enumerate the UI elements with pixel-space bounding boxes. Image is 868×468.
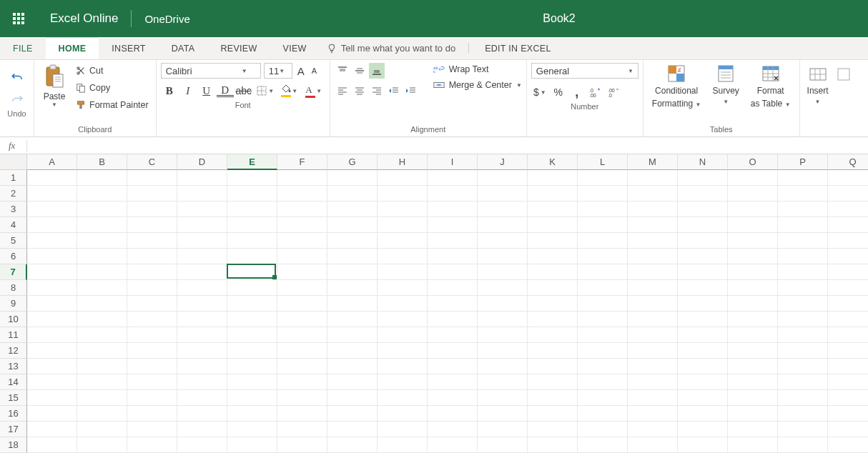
- formula-input[interactable]: [27, 137, 868, 154]
- cell[interactable]: [478, 186, 528, 201]
- cell[interactable]: [728, 186, 778, 201]
- cell[interactable]: [678, 249, 728, 264]
- cell[interactable]: [177, 186, 227, 201]
- row-header[interactable]: 8: [0, 280, 27, 296]
- cell[interactable]: [27, 249, 77, 264]
- cell[interactable]: [127, 186, 177, 201]
- cell[interactable]: [678, 422, 728, 437]
- cell[interactable]: [578, 296, 628, 312]
- cell[interactable]: [177, 390, 227, 406]
- cell[interactable]: [127, 170, 177, 186]
- cell[interactable]: [277, 249, 327, 264]
- row-header[interactable]: 5: [0, 233, 27, 249]
- cell[interactable]: [127, 422, 177, 437]
- cell[interactable]: [628, 374, 678, 390]
- cell[interactable]: [227, 343, 277, 359]
- cell[interactable]: [728, 201, 778, 217]
- cell[interactable]: [628, 233, 678, 249]
- cell[interactable]: [227, 264, 277, 280]
- cell[interactable]: [127, 390, 177, 406]
- cell[interactable]: [778, 312, 828, 327]
- font-color-button[interactable]: A ▼: [302, 84, 325, 98]
- cell[interactable]: [277, 406, 327, 422]
- wrap-text-button[interactable]: abc Wrap Text: [433, 64, 522, 74]
- row-header[interactable]: 13: [0, 359, 27, 374]
- cell[interactable]: [728, 359, 778, 374]
- cell[interactable]: [27, 343, 77, 359]
- cell[interactable]: [227, 359, 277, 374]
- cell[interactable]: [828, 312, 868, 327]
- cell[interactable]: [828, 422, 868, 437]
- cell[interactable]: [728, 249, 778, 264]
- cell[interactable]: [177, 217, 227, 233]
- cell[interactable]: [578, 186, 628, 201]
- cell[interactable]: [478, 280, 528, 296]
- cell[interactable]: [428, 312, 478, 327]
- cell[interactable]: [177, 233, 227, 249]
- cell[interactable]: [528, 437, 578, 453]
- cell[interactable]: [378, 264, 428, 280]
- cell[interactable]: [678, 359, 728, 374]
- borders-button[interactable]: ▼: [254, 85, 277, 96]
- row-header[interactable]: 7: [0, 264, 27, 280]
- cell[interactable]: [778, 296, 828, 312]
- cell[interactable]: [478, 390, 528, 406]
- cell[interactable]: [127, 249, 177, 264]
- cell[interactable]: [277, 264, 327, 280]
- cell[interactable]: [528, 390, 578, 406]
- cell[interactable]: [428, 406, 478, 422]
- cell[interactable]: [177, 374, 227, 390]
- row-header[interactable]: 14: [0, 374, 27, 390]
- delete-cells-button[interactable]: [834, 63, 853, 83]
- tab-view[interactable]: VIEW: [270, 37, 320, 59]
- cell[interactable]: [127, 233, 177, 249]
- cell[interactable]: [27, 359, 77, 374]
- cell[interactable]: [578, 343, 628, 359]
- cell[interactable]: [277, 233, 327, 249]
- comma-button[interactable]: ,: [568, 84, 586, 100]
- cell[interactable]: [828, 437, 868, 453]
- cell[interactable]: [578, 233, 628, 249]
- column-header[interactable]: F: [277, 154, 327, 170]
- underline-button[interactable]: U: [198, 83, 215, 99]
- cell[interactable]: [27, 280, 77, 296]
- double-underline-button[interactable]: D: [217, 84, 234, 97]
- row-header[interactable]: 2: [0, 186, 27, 201]
- cell[interactable]: [778, 422, 828, 437]
- number-format-select[interactable]: General ▼: [531, 63, 638, 79]
- cell[interactable]: [778, 406, 828, 422]
- cell[interactable]: [177, 264, 227, 280]
- decrease-decimal-button[interactable]: .00.0: [606, 84, 623, 100]
- cell[interactable]: [628, 312, 678, 327]
- cell[interactable]: [327, 390, 378, 406]
- cell[interactable]: [428, 422, 478, 437]
- row-header[interactable]: 16: [0, 406, 27, 422]
- cell[interactable]: [77, 296, 127, 312]
- cell[interactable]: [327, 264, 378, 280]
- cell[interactable]: [628, 422, 678, 437]
- cell[interactable]: [378, 327, 428, 343]
- column-header[interactable]: H: [378, 154, 428, 170]
- conditional-formatting-button[interactable]: ≠ Conditional Formatting ▼: [648, 63, 706, 109]
- cell[interactable]: [778, 343, 828, 359]
- cell[interactable]: [478, 233, 528, 249]
- cell[interactable]: [628, 249, 678, 264]
- column-header[interactable]: M: [628, 154, 678, 170]
- cell[interactable]: [728, 296, 778, 312]
- cell[interactable]: [127, 437, 177, 453]
- cell[interactable]: [428, 343, 478, 359]
- cell[interactable]: [327, 327, 378, 343]
- cell[interactable]: [378, 374, 428, 390]
- row-header[interactable]: 11: [0, 327, 27, 343]
- column-header[interactable]: G: [327, 154, 378, 170]
- cell[interactable]: [327, 233, 378, 249]
- paste-button[interactable]: Paste ▼: [39, 63, 70, 108]
- tab-home[interactable]: HOME: [46, 37, 99, 59]
- column-header[interactable]: Q: [828, 154, 868, 170]
- cell[interactable]: [378, 406, 428, 422]
- cell[interactable]: [628, 170, 678, 186]
- cell[interactable]: [828, 390, 868, 406]
- column-header[interactable]: O: [728, 154, 778, 170]
- row-header[interactable]: 12: [0, 343, 27, 359]
- cell[interactable]: [77, 406, 127, 422]
